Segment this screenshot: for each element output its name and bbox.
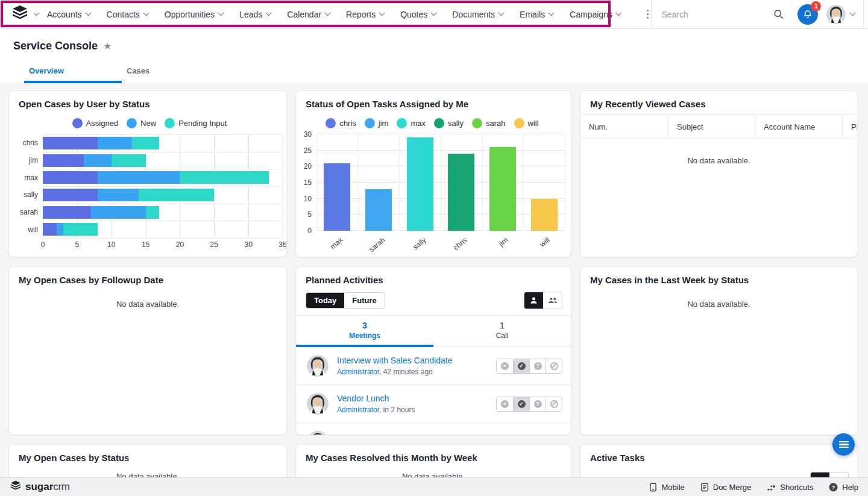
profile-menu[interactable]: [824, 5, 863, 24]
category-label: sally: [16, 186, 43, 204]
legend-item[interactable]: Assigned: [72, 118, 118, 128]
favorite-star-icon[interactable]: ★: [103, 40, 112, 52]
bar-segment[interactable]: [43, 223, 57, 236]
nav-item-contacts[interactable]: Contacts: [107, 10, 148, 19]
decline-icon[interactable]: [546, 435, 562, 436]
gridline: [399, 134, 400, 231]
nav-item-leads[interactable]: Leads: [239, 10, 271, 19]
vbar-legend: chrisjimmaxsallysarahwill: [300, 118, 565, 128]
app-logo-menu[interactable]: [0, 5, 47, 23]
bar[interactable]: [489, 147, 516, 231]
y-tick-label: 25: [304, 146, 312, 155]
sugarcrm-cube-icon: [10, 480, 22, 494]
search-input[interactable]: [661, 10, 746, 19]
bar-segment[interactable]: [43, 171, 98, 184]
footer-link-help[interactable]: ? Help: [829, 483, 858, 492]
bar-segment[interactable]: [112, 154, 146, 167]
footer-link-doc-merge[interactable]: Doc Merge: [700, 483, 752, 492]
decline-icon[interactable]: [546, 359, 562, 373]
user-link[interactable]: Administrator: [337, 406, 379, 414]
nav-label: Opportunities: [165, 10, 215, 19]
legend-item[interactable]: chris: [326, 118, 356, 128]
column-header-subject[interactable]: Subject: [668, 115, 755, 139]
footer-link-shortcuts[interactable]: Shortcuts: [767, 483, 813, 492]
column-header-num[interactable]: Num.: [580, 115, 668, 139]
bar-segment[interactable]: [146, 206, 160, 219]
bar[interactable]: [407, 137, 433, 231]
accept-icon[interactable]: ✓: [513, 359, 529, 373]
quick-create-button[interactable]: +: [864, 7, 868, 22]
meetings-label: Meetings: [296, 331, 433, 340]
bar-segment[interactable]: [43, 137, 98, 149]
column-header-account-name[interactable]: Account Name: [755, 115, 842, 139]
bar-segment[interactable]: [180, 171, 269, 184]
tab-calls[interactable]: 1 Call: [433, 316, 571, 347]
nav-item-accounts[interactable]: Accounts: [47, 10, 90, 19]
footer-link-label: Mobile: [661, 483, 684, 492]
my-items-button[interactable]: [524, 292, 543, 309]
accept-icon[interactable]: ✓: [513, 435, 529, 436]
user-link[interactable]: Administrator: [337, 368, 379, 376]
category-label: chris: [452, 236, 469, 252]
tab-meetings[interactable]: 3 Meetings: [296, 316, 433, 347]
nav-item-calendar[interactable]: Calendar: [287, 10, 330, 19]
filter-today-button[interactable]: Today: [306, 293, 344, 308]
decline-icon[interactable]: [546, 397, 562, 411]
category-label: max: [329, 236, 344, 251]
nav-item-reports[interactable]: Reports: [346, 10, 384, 19]
more-modules-icon[interactable]: [644, 7, 652, 22]
tab-cases[interactable]: Cases: [122, 63, 219, 83]
category-label: sally: [411, 236, 427, 251]
bar-segment[interactable]: [132, 137, 159, 149]
close-activity-icon[interactable]: ×: [497, 435, 513, 436]
nav-item-documents[interactable]: Documents: [452, 10, 503, 19]
bar-segment[interactable]: [43, 154, 84, 167]
bar[interactable]: [324, 163, 350, 231]
all-items-button[interactable]: [543, 292, 562, 309]
footer-logo: sugarcrm: [10, 480, 70, 494]
nav-item-quotes[interactable]: Quotes: [400, 10, 436, 19]
bar-segment[interactable]: [43, 206, 91, 219]
bar-segment[interactable]: [139, 189, 214, 201]
tentative-icon[interactable]: ?: [529, 397, 546, 411]
footer-link-mobile[interactable]: Mobile: [649, 483, 684, 492]
activity-link[interactable]: Interview with Sales Candidate: [337, 356, 496, 365]
calls-label: Call: [433, 331, 571, 340]
nav-item-campaigns[interactable]: Campaigns: [570, 10, 621, 19]
activity-link[interactable]: Vendor Lunch: [337, 394, 496, 403]
legend-item[interactable]: Pending Input: [165, 118, 227, 128]
filter-future-button[interactable]: Future: [344, 293, 384, 308]
bar[interactable]: [365, 189, 392, 231]
legend-item[interactable]: New: [127, 118, 156, 128]
nav-item-emails[interactable]: Emails: [520, 10, 553, 19]
bar-segment[interactable]: [63, 223, 98, 236]
footer-link-label: Help: [842, 483, 858, 492]
console-fab-menu-button[interactable]: [832, 433, 855, 456]
chevron-down-icon: [266, 10, 272, 16]
accept-icon[interactable]: ✓: [513, 397, 529, 411]
bar-segment[interactable]: [98, 171, 180, 184]
legend-item[interactable]: will: [514, 118, 539, 128]
close-activity-icon[interactable]: ×: [497, 397, 513, 411]
tentative-icon[interactable]: ?: [529, 435, 546, 436]
activity-actions: × ✓ ?: [496, 435, 562, 436]
bar-segment[interactable]: [98, 189, 139, 201]
bar-segment[interactable]: [98, 137, 132, 149]
bar-segment[interactable]: [43, 189, 98, 201]
close-activity-icon[interactable]: ×: [497, 359, 513, 373]
tab-overview[interactable]: Overview: [24, 63, 122, 83]
bar[interactable]: [448, 154, 474, 231]
nav-item-opportunities[interactable]: Opportunities: [165, 10, 223, 19]
legend-item[interactable]: max: [397, 118, 426, 128]
legend-item[interactable]: sarah: [472, 118, 506, 128]
column-header-priority[interactable]: Pric: [842, 115, 857, 139]
legend-item[interactable]: jim: [365, 118, 389, 128]
search-icon[interactable]: [767, 4, 789, 25]
tentative-icon[interactable]: ?: [529, 359, 546, 373]
legend-item[interactable]: sally: [434, 118, 464, 128]
bar-segment[interactable]: [57, 223, 63, 236]
bar-segment[interactable]: [84, 154, 111, 167]
bar-segment[interactable]: [91, 206, 146, 219]
bar[interactable]: [531, 199, 558, 231]
card-title: My Cases in the Last Week by Status: [580, 267, 857, 290]
